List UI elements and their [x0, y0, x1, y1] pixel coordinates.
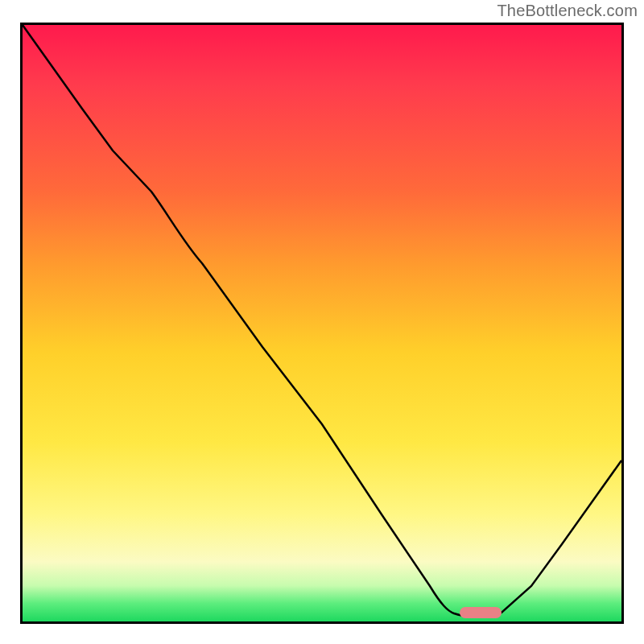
chart-plot-area	[20, 23, 624, 624]
optimal-marker	[460, 607, 502, 618]
curve-line	[23, 25, 621, 617]
chart-overlay	[23, 25, 621, 621]
attribution-label: TheBottleneck.com	[497, 2, 638, 20]
chart-page: TheBottleneck.com	[0, 0, 644, 644]
